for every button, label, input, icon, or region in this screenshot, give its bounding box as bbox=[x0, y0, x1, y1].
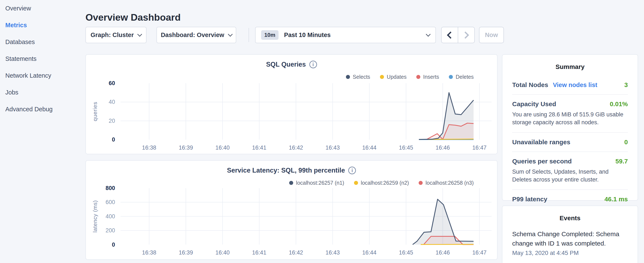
graph-dropdown-label: Graph: Cluster bbox=[90, 32, 134, 39]
summary-row-label: P99 latency bbox=[512, 195, 547, 203]
svg-text:latency (ms): latency (ms) bbox=[92, 200, 98, 232]
summary-row: Queries per second59.7Sum of Selects, Up… bbox=[512, 152, 628, 190]
svg-text:16:40: 16:40 bbox=[216, 249, 230, 256]
svg-text:16:42: 16:42 bbox=[289, 144, 303, 151]
svg-text:16:45: 16:45 bbox=[399, 144, 413, 151]
view-nodes-list-link[interactable]: View nodes list bbox=[553, 82, 597, 89]
time-next-button[interactable] bbox=[458, 27, 474, 43]
sidebar-item-overview[interactable]: Overview bbox=[0, 0, 86, 17]
svg-text:800: 800 bbox=[106, 185, 115, 191]
sql-queries-chart-card: SQL Queries SelectsUpdatesInsertsDeletes… bbox=[86, 54, 498, 154]
summary-row-value: 0 bbox=[624, 139, 628, 146]
svg-text:16:39: 16:39 bbox=[179, 144, 193, 151]
summary-row-label: Queries per second bbox=[512, 158, 572, 165]
svg-text:16:47: 16:47 bbox=[472, 249, 486, 256]
events-list: Schema Change Completed: Schema change w… bbox=[512, 229, 628, 256]
now-button-label: Now bbox=[485, 32, 498, 39]
sidebar-item-metrics[interactable]: Metrics bbox=[0, 17, 86, 34]
sidebar-item-jobs[interactable]: Jobs bbox=[0, 84, 86, 101]
svg-text:16:46: 16:46 bbox=[436, 249, 450, 256]
svg-text:16:45: 16:45 bbox=[399, 249, 413, 256]
summary-row-label: Unavailable ranges bbox=[512, 139, 570, 146]
app-root: OverviewMetricsDatabasesStatementsNetwor… bbox=[0, 0, 644, 263]
svg-text:16:46: 16:46 bbox=[436, 144, 450, 151]
svg-text:200: 200 bbox=[106, 227, 115, 234]
page-title: Overview Dashboard bbox=[86, 12, 181, 23]
summary-row-value: 0.01% bbox=[610, 100, 628, 108]
sidebar: OverviewMetricsDatabasesStatementsNetwor… bbox=[0, 0, 86, 263]
event-text: Schema Change Completed: Schema change w… bbox=[512, 229, 628, 248]
svg-text:16:44: 16:44 bbox=[362, 144, 376, 151]
svg-text:16:38: 16:38 bbox=[142, 144, 156, 151]
summary-rows: Total NodesView nodes list3Capacity Used… bbox=[512, 76, 628, 208]
event-timestamp: May 13, 2020 at 4:45 PM bbox=[512, 249, 628, 256]
svg-text:16:39: 16:39 bbox=[179, 249, 193, 256]
sql-queries-plot[interactable]: 020406016:3816:3916:4016:4116:4216:4316:… bbox=[86, 55, 497, 154]
sidebar-item-advanced-debug[interactable]: Advanced Debug bbox=[0, 101, 86, 118]
service-latency-plot[interactable]: 020040060080016:3816:3916:4016:4116:4216… bbox=[86, 161, 497, 259]
events-panel: Events Schema Change Completed: Schema c… bbox=[502, 205, 638, 263]
summary-row-label: Capacity Used bbox=[512, 100, 556, 108]
dashboard-dropdown[interactable]: Dashboard: Overview bbox=[156, 27, 236, 43]
summary-row: Unavailable ranges0 bbox=[512, 133, 628, 152]
summary-row-description: Sum of Selects, Updates, Inserts, and De… bbox=[512, 168, 628, 184]
summary-row-value: 3 bbox=[624, 81, 628, 89]
graph-dropdown[interactable]: Graph: Cluster bbox=[86, 27, 146, 43]
dashboard-dropdown-label: Dashboard: Overview bbox=[161, 32, 224, 39]
svg-text:600: 600 bbox=[106, 199, 115, 205]
chevron-right-icon bbox=[462, 32, 469, 39]
svg-text:20: 20 bbox=[109, 118, 115, 124]
chevron-down-icon bbox=[426, 32, 431, 37]
svg-text:16:41: 16:41 bbox=[252, 144, 266, 151]
time-range-label: Past 10 Minutes bbox=[284, 32, 330, 39]
svg-text:16:43: 16:43 bbox=[326, 249, 340, 256]
svg-text:16:38: 16:38 bbox=[142, 249, 156, 256]
event-item[interactable]: Schema Change Completed: Schema change w… bbox=[512, 229, 628, 256]
events-title: Events bbox=[512, 206, 628, 222]
sidebar-item-network-latency[interactable]: Network Latency bbox=[0, 67, 86, 84]
summary-row-value: 46.1 ms bbox=[604, 195, 628, 203]
chevron-left-icon bbox=[447, 32, 454, 39]
svg-text:16:41: 16:41 bbox=[252, 249, 266, 256]
chevron-down-icon bbox=[228, 32, 232, 37]
svg-text:0: 0 bbox=[112, 241, 115, 248]
sidebar-item-databases[interactable]: Databases bbox=[0, 34, 86, 51]
toolbar-divider bbox=[248, 28, 249, 42]
time-range-dropdown[interactable]: 10m Past 10 Minutes bbox=[255, 27, 436, 43]
svg-text:16:44: 16:44 bbox=[362, 249, 376, 256]
summary-row-label: Total Nodes bbox=[512, 81, 548, 89]
summary-row-description: You are using 28.6 MiB of 515.9 GiB usab… bbox=[512, 111, 628, 127]
svg-text:16:40: 16:40 bbox=[216, 144, 230, 151]
svg-text:16:42: 16:42 bbox=[289, 249, 303, 256]
svg-text:60: 60 bbox=[109, 80, 115, 86]
time-range-badge: 10m bbox=[261, 30, 278, 40]
summary-row: Capacity Used0.01%You are using 28.6 MiB… bbox=[512, 95, 628, 133]
time-prev-button[interactable] bbox=[442, 27, 458, 43]
summary-panel: Summary Total NodesView nodes list3Capac… bbox=[502, 54, 638, 201]
now-button[interactable]: Now bbox=[479, 27, 504, 43]
sidebar-item-statements[interactable]: Statements bbox=[0, 51, 86, 67]
svg-text:0: 0 bbox=[112, 136, 115, 143]
time-pager bbox=[441, 27, 475, 43]
svg-text:400: 400 bbox=[106, 213, 115, 220]
service-latency-chart-card: Service Latency: SQL, 99th percentile lo… bbox=[86, 160, 498, 260]
summary-row: Total NodesView nodes list3 bbox=[512, 76, 628, 95]
svg-text:queries: queries bbox=[92, 102, 98, 121]
svg-text:16:47: 16:47 bbox=[472, 144, 486, 151]
svg-text:40: 40 bbox=[109, 99, 115, 105]
svg-text:16:43: 16:43 bbox=[326, 144, 340, 151]
chevron-down-icon bbox=[137, 32, 142, 37]
summary-title: Summary bbox=[512, 55, 628, 70]
summary-row-value: 59.7 bbox=[616, 158, 628, 165]
